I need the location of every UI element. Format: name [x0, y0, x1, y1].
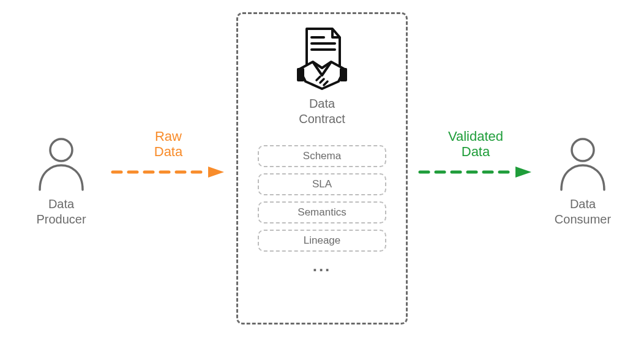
raw-data-arrow: Raw Data [110, 129, 227, 182]
svg-point-0 [50, 139, 72, 161]
validated-data-label: Validated Data [417, 129, 534, 160]
producer-label: Data Producer [12, 197, 110, 227]
contract-title: Data Contract [299, 96, 345, 127]
contract-component-lineage: Lineage [258, 230, 386, 252]
data-consumer: Data Consumer [534, 132, 632, 227]
svg-point-13 [572, 139, 594, 161]
more-indicator: ... [313, 257, 332, 276]
consumer-label: Data Consumer [534, 197, 632, 227]
data-producer: Data Producer [12, 132, 110, 227]
svg-marker-12 [515, 167, 531, 178]
arrow-right-icon [417, 165, 534, 179]
data-contract-box: Data Contract Schema SLA Semantics Linea… [236, 12, 408, 325]
contract-handshake-icon [288, 25, 356, 92]
svg-rect-9 [297, 68, 304, 81]
person-icon [552, 132, 613, 193]
validated-data-arrow: Validated Data [417, 129, 534, 182]
contract-component-schema: Schema [258, 145, 386, 167]
contract-components: Schema SLA Semantics Lineage [248, 145, 396, 252]
person-icon [31, 132, 92, 193]
contract-component-sla: SLA [258, 173, 386, 195]
contract-component-semantics: Semantics [258, 201, 386, 223]
svg-marker-2 [208, 167, 224, 178]
raw-data-label: Raw Data [110, 129, 227, 160]
svg-rect-10 [340, 68, 347, 81]
arrow-right-icon [110, 165, 227, 179]
